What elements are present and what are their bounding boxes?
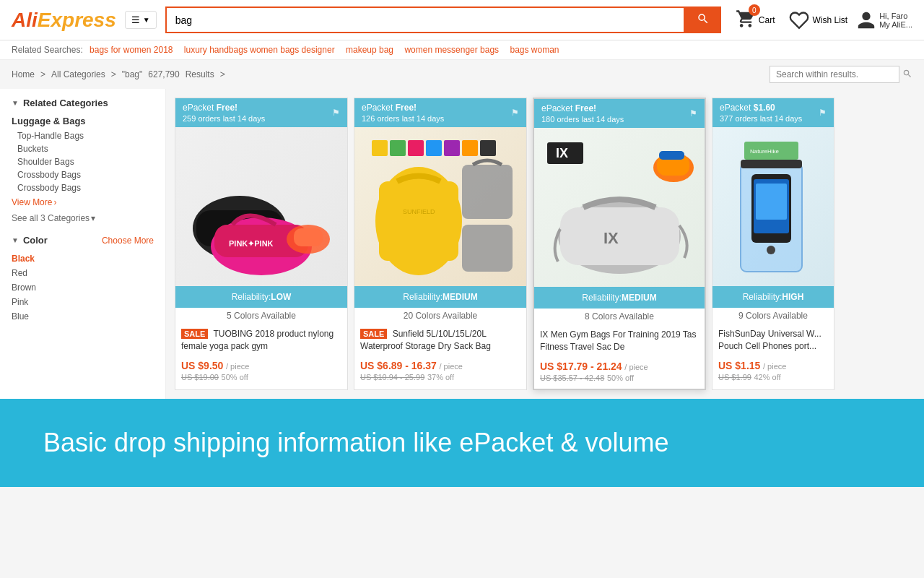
- orders-3: 180 orders last 14 days: [541, 115, 624, 124]
- sidebar-item-crossbody-bags-2[interactable]: Crossbody Bags: [12, 181, 154, 194]
- category-group-luggage: Luggage & Bags Top-Handle Bags Buckets S…: [12, 116, 154, 207]
- related-search-item-2[interactable]: luxury handbags women bags designer: [184, 45, 335, 55]
- breadcrumb: Home > All Categories > "bag" 627,790 Re…: [0, 60, 924, 89]
- epacket-label-3: ePacket: [541, 103, 575, 113]
- product-desc-2: SALE Sunfield 5L/10L/15L/20L Waterproof …: [354, 324, 526, 357]
- svg-text:SUNFIELD: SUNFIELD: [403, 208, 435, 215]
- see-all-categories[interactable]: See all 3 Categories ▾: [12, 213, 154, 223]
- svg-rect-7: [294, 228, 323, 246]
- cart-icon-wrap: 0: [736, 9, 756, 31]
- cart-label: Cart: [759, 15, 775, 25]
- sidebar-item-crossbody-bags-1[interactable]: Crossbody Bags: [12, 168, 154, 181]
- search-bar: [165, 7, 721, 33]
- breadcrumb-sep-3: >: [220, 69, 225, 79]
- sidebar-item-top-handle-bags[interactable]: Top-Handle Bags: [12, 129, 154, 142]
- svg-rect-13: [462, 140, 478, 156]
- per-piece-2: / piece: [439, 362, 462, 371]
- search-within-icon: [902, 69, 912, 79]
- svg-rect-35: [741, 160, 802, 168]
- svg-rect-19: [462, 225, 513, 272]
- epacket-free-3: Free!: [575, 103, 596, 113]
- sidebar-item-shoulder-bags[interactable]: Shoulder Bags: [12, 155, 154, 168]
- search-button[interactable]: [685, 7, 721, 33]
- bookmark-icon-1: ⚑: [332, 108, 340, 118]
- color-item-pink[interactable]: Pink: [12, 295, 154, 309]
- discount-1: 50% off: [222, 373, 248, 381]
- reliability-bar-1: Reliability:LOW: [175, 286, 347, 308]
- svg-text:IX: IX: [603, 229, 619, 247]
- related-search-item-4[interactable]: women messenger bags: [404, 45, 499, 55]
- user-area[interactable]: Hi, Faro My AliE...: [856, 10, 912, 30]
- colors-available-4: 9 Colors Available: [712, 308, 834, 324]
- reliability-bar-3: Reliability:MEDIUM: [534, 287, 705, 309]
- sidebar-item-buckets[interactable]: Buckets: [12, 142, 154, 155]
- current-price-2: US $6.89 - 16.37: [360, 360, 437, 371]
- product-desc-1: SALE TUOBING 2018 product nylong female …: [175, 324, 347, 357]
- product-card-4[interactable]: ePacket $1.60 377 orders last 14 days ⚑ …: [712, 98, 834, 390]
- search-input[interactable]: [165, 7, 685, 33]
- product-card-3[interactable]: ePacket Free! 180 orders last 14 days ⚑ …: [533, 98, 706, 390]
- epacket-label-4: ePacket: [720, 103, 754, 113]
- color-filter-section: Color Choose More Black Red Brown Pink B…: [12, 235, 154, 324]
- cart-area[interactable]: 0 Cart: [730, 6, 781, 34]
- product-desc-4: FishSunDay Universal W... Pouch Cell Pho…: [712, 324, 834, 357]
- reliability-bar-4: Reliability:HIGH: [712, 286, 834, 308]
- search-within-button[interactable]: [902, 69, 912, 81]
- epacket-free-4: $1.60: [754, 103, 775, 113]
- category-group-luggage-title[interactable]: Luggage & Bags: [12, 116, 154, 126]
- product-image-1: PINK✦PINK PINK✦PINK: [175, 127, 347, 286]
- epacket-bar-2: ePacket Free! 126 orders last 14 days ⚑: [354, 98, 526, 127]
- svg-rect-9: [390, 140, 406, 156]
- original-price-1: US $19.00: [181, 373, 219, 381]
- user-greeting: Hi, Faro My AliE...: [879, 12, 912, 29]
- breadcrumb-all-categories[interactable]: All Categories: [51, 69, 105, 79]
- hamburger-icon: ☰: [131, 14, 140, 25]
- product-image-2: SUNFIELD: [354, 127, 526, 286]
- svg-text:PINK✦PINK: PINK✦PINK: [229, 239, 274, 248]
- sale-badge-1: SALE: [181, 329, 208, 339]
- related-search-item-3[interactable]: makeup bag: [346, 45, 393, 55]
- colors-available-2: 20 Colors Available: [354, 308, 526, 324]
- product-card-1[interactable]: ePacket Free! 259 orders last 14 days ⚑ …: [175, 98, 348, 390]
- bottom-banner-text: Basic drop shipping information like ePa…: [43, 428, 881, 458]
- logo[interactable]: AliExpress: [12, 9, 116, 32]
- color-item-brown[interactable]: Brown: [12, 280, 154, 295]
- reliability-bar-2: Reliability:MEDIUM: [354, 286, 526, 308]
- svg-text:NatureHike: NatureHike: [750, 148, 780, 155]
- choose-more-button[interactable]: Choose More: [102, 236, 154, 246]
- color-item-black[interactable]: Black: [12, 251, 154, 266]
- wishlist-area[interactable]: Wish List: [789, 10, 847, 30]
- color-filter-title: Color: [12, 235, 48, 246]
- product-card-2[interactable]: ePacket Free! 126 orders last 14 days ⚑: [354, 98, 527, 390]
- orders-1: 259 orders last 14 days: [183, 114, 265, 123]
- epacket-label-1: ePacket: [183, 103, 217, 113]
- price-area-2: US $6.89 - 16.37 / piece US $10.94 - 25.…: [354, 357, 526, 388]
- price-area-3: US $17.79 - 21.24 / piece US $35.57 - 42…: [534, 358, 705, 389]
- per-piece-4: / piece: [763, 362, 786, 371]
- breadcrumb-sep-2: >: [111, 69, 116, 79]
- product-image-4: NatureHike: [712, 127, 834, 286]
- breadcrumb-results-count: 627,790: [148, 69, 179, 79]
- product-grid: ePacket Free! 259 orders last 14 days ⚑ …: [166, 89, 924, 399]
- epacket-label-2: ePacket: [362, 103, 396, 113]
- related-search-item-1[interactable]: bags for women 2018: [90, 45, 173, 55]
- related-search-item-5[interactable]: bags woman: [510, 45, 559, 55]
- epacket-bar-1: ePacket Free! 259 orders last 14 days ⚑: [175, 98, 347, 127]
- epacket-bar-3: ePacket Free! 180 orders last 14 days ⚑: [534, 99, 705, 128]
- color-item-red[interactable]: Red: [12, 266, 154, 280]
- menu-button[interactable]: ☰ ▼: [125, 11, 157, 29]
- product-desc-3: IX Men Gym Bags For Training 2019 Tas Fi…: [534, 324, 705, 358]
- user-icon: [856, 10, 876, 30]
- breadcrumb-search-term: "bag": [122, 69, 143, 79]
- sidebar: Related Categories Luggage & Bags Top-Ha…: [0, 89, 166, 399]
- view-more-button[interactable]: View More ›: [12, 197, 154, 207]
- related-searches-label: Related Searches:: [12, 45, 83, 55]
- product-illustration-3: IX IX: [540, 135, 699, 280]
- svg-rect-12: [444, 140, 460, 156]
- main-layout: Related Categories Luggage & Bags Top-Ha…: [0, 89, 924, 399]
- search-within-input[interactable]: [770, 66, 899, 83]
- breadcrumb-home[interactable]: Home: [12, 69, 35, 79]
- svg-rect-14: [480, 140, 496, 156]
- color-item-blue[interactable]: Blue: [12, 309, 154, 324]
- search-icon: [697, 12, 710, 25]
